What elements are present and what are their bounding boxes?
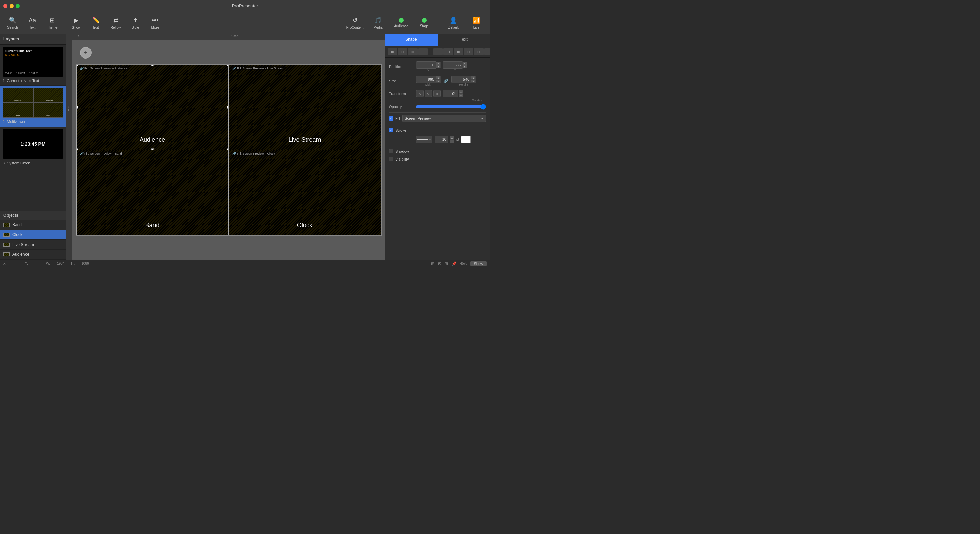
lock-icon-4: 🔗 <box>232 152 237 156</box>
align-left-edge-button[interactable]: ⊞ <box>388 48 397 56</box>
align-bottom-edge-button[interactable]: ⊞ <box>418 48 428 56</box>
audience-button[interactable]: Audience <box>390 14 412 33</box>
align-center-h-button[interactable]: ⊟ <box>398 48 407 56</box>
rotation-down[interactable]: ▼ <box>459 94 463 97</box>
pos-x-up[interactable]: ▲ <box>436 62 441 65</box>
fill-select[interactable]: Screen Preview ▼ <box>402 114 486 122</box>
pos-y-down[interactable]: ▼ <box>463 65 467 68</box>
pin-icon[interactable]: 📌 <box>452 261 457 266</box>
size-w-spin: ▲ ▼ <box>436 76 441 83</box>
stroke-width-down[interactable]: ▼ <box>450 140 454 143</box>
maximize-button[interactable] <box>16 4 20 8</box>
align-right-edge-button[interactable]: ⊞ <box>408 48 417 56</box>
rotation-spin: ▲ ▼ <box>459 90 463 97</box>
right-content: Position ▲ ▼ X <box>385 58 490 259</box>
distribute-button[interactable]: ⊟ <box>484 48 490 56</box>
live-button[interactable]: 📶 Live <box>466 14 487 33</box>
mv-cell-band[interactable]: 🔗 Fill: Screen Preview – Band Band <box>76 150 229 235</box>
mv-cell-audience[interactable]: 🔗 Fill: Screen Preview – Audience Audien… <box>76 65 229 150</box>
object-item-audience[interactable]: Audience <box>0 250 66 259</box>
edit-button[interactable]: ✏️ Edit <box>86 14 106 33</box>
size-h-up[interactable]: ▲ <box>471 76 476 79</box>
size-w-down[interactable]: ▼ <box>436 79 441 83</box>
main-layout: Layouts + Current Slide Text Next Slide … <box>0 34 490 259</box>
distribute-v-button[interactable]: ⊟ <box>464 48 473 56</box>
stroke-header-row: ✓ Stroke <box>389 128 486 132</box>
align-bottom-button[interactable]: ⊞ <box>453 48 463 56</box>
status-x-val: ---- <box>13 262 18 265</box>
search-button[interactable]: 🔍 Search <box>3 14 22 33</box>
show-statusbar-button[interactable]: Show <box>470 261 487 266</box>
pos-x-input[interactable] <box>416 61 437 69</box>
distribute-h-button[interactable]: ⊟ <box>474 48 484 56</box>
transform-icons: ▷ ▽ ○ <box>416 90 441 97</box>
stroke-width-input[interactable] <box>434 136 448 143</box>
object-name-livestream: Live Stream <box>12 242 34 247</box>
size-h-input[interactable] <box>451 76 472 83</box>
size-w-input[interactable] <box>416 76 437 83</box>
pos-y-up[interactable]: ▲ <box>463 62 467 65</box>
opacity-slider[interactable] <box>416 105 486 108</box>
visibility-checkbox[interactable] <box>389 157 393 161</box>
canvas-body: 1,000 + 🔗 Fill: Screen Preview – Audienc… <box>66 40 385 259</box>
layout-title-3: System Clock <box>7 161 30 165</box>
grid-icon[interactable]: ⊞ <box>431 261 434 266</box>
handle-ml[interactable] <box>76 106 78 108</box>
size-w-up[interactable]: ▲ <box>436 76 441 79</box>
layout-item-1[interactable]: Current Slide Text Next Slide Text 754:5… <box>0 44 66 86</box>
pos-y-input[interactable] <box>443 61 463 69</box>
text-button[interactable]: Aa Text <box>22 14 42 33</box>
rotation-input[interactable] <box>443 90 458 97</box>
object-item-clock[interactable]: Clock <box>0 230 66 240</box>
close-button[interactable] <box>3 4 8 8</box>
object-item-band[interactable]: Band <box>0 220 66 230</box>
traffic-lights <box>3 4 20 8</box>
canvas-viewport[interactable]: + 🔗 Fill: Screen Preview – Audience Audi… <box>73 40 385 259</box>
lock-icon-3: 🔗 <box>80 152 85 156</box>
media-button[interactable]: 🎵 Media <box>367 14 389 33</box>
handle-tm[interactable] <box>151 65 153 66</box>
mv-cell-livestream[interactable]: 🔗 Fill: Screen Preview – Live Stream Liv… <box>229 65 381 150</box>
minimize-button[interactable] <box>10 4 14 8</box>
mv-cell-audience-fill-label: 🔗 Fill: Screen Preview – Audience <box>79 66 129 70</box>
layout-item-2[interactable]: Audience Live Stream Band Clock <box>0 86 66 127</box>
stroke-width-up[interactable]: ▲ <box>450 136 454 140</box>
add-layout-button[interactable]: + <box>60 36 63 42</box>
layout-num-2: 2. <box>3 120 7 124</box>
layout-item-3[interactable]: 1:23:45 PM 3. System Clock <box>0 127 66 168</box>
procontent-button[interactable]: ↺ ProContent <box>344 14 366 33</box>
reflow-button[interactable]: ⇄ Reflow <box>106 14 126 33</box>
stage-button[interactable]: Stage <box>414 14 435 33</box>
tab-shape[interactable]: Shape <box>385 34 438 46</box>
stroke-color-swatch[interactable] <box>461 136 471 143</box>
titlebar: ProPresenter <box>0 0 490 12</box>
stroke-checkbox[interactable]: ✓ <box>389 128 393 132</box>
size-controls: ▲ ▼ Width 🔗 ▲ ▼ <box>416 76 486 86</box>
mv-cell-clock[interactable]: 🔗 Fill: Screen Preview – Clock Clock <box>229 150 381 235</box>
shadow-checkbox[interactable] <box>389 149 393 153</box>
rotate-circle-button[interactable]: ○ <box>433 90 441 97</box>
thumb-multiviewer: Audience Live Stream Band Clock <box>3 88 63 118</box>
object-item-livestream[interactable]: Live Stream <box>0 240 66 250</box>
rotation-up[interactable]: ▲ <box>459 90 463 94</box>
stroke-style-button[interactable]: ▼ <box>416 136 433 143</box>
default-button[interactable]: 👤 Default <box>442 14 464 33</box>
align-top-button[interactable]: ⊞ <box>433 48 443 56</box>
size-h-down[interactable]: ▼ <box>471 79 476 83</box>
fill-checkbox[interactable]: ✓ <box>389 116 393 121</box>
handle-tl[interactable] <box>76 65 78 66</box>
fit-icon[interactable]: ⊠ <box>438 261 441 266</box>
more-button[interactable]: ••• More <box>145 14 165 33</box>
tab-text[interactable]: Text <box>438 34 490 46</box>
add-object-button[interactable]: + <box>80 47 92 59</box>
flip-v-button[interactable]: ▽ <box>425 90 432 97</box>
pos-x-down[interactable]: ▼ <box>436 65 441 68</box>
flip-h-button[interactable]: ▷ <box>416 90 424 97</box>
bible-button[interactable]: ✝ Bible <box>126 14 145 33</box>
theme-button[interactable]: ⊞ Theme <box>42 14 62 33</box>
show-button[interactable]: ▶ Show <box>66 14 86 33</box>
table-icon[interactable]: ⊞ <box>445 261 448 266</box>
thumb-time1: 754:56 <box>5 72 12 75</box>
layout-items-list: Current Slide Text Next Slide Text 754:5… <box>0 44 66 211</box>
align-center-v-button[interactable]: ⊟ <box>443 48 453 56</box>
